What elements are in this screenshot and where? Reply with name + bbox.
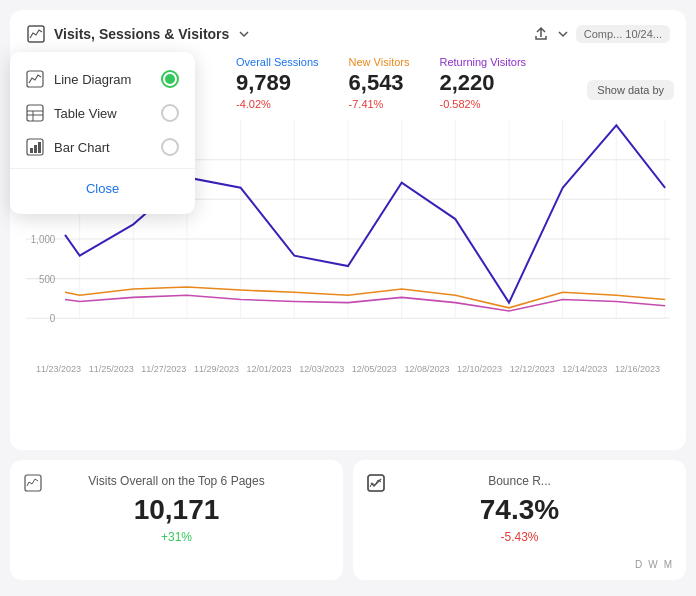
chevron-down-icon[interactable] xyxy=(237,27,251,41)
show-data-button[interactable]: Show data by xyxy=(587,80,674,100)
x-label-4: 12/01/2023 xyxy=(247,364,292,374)
day-d[interactable]: D xyxy=(635,559,642,570)
day-m[interactable]: M xyxy=(664,559,672,570)
svg-text:1,000: 1,000 xyxy=(31,234,56,245)
overall-sessions-change: -4.02% xyxy=(236,98,319,110)
bar-chart-radio xyxy=(161,138,179,156)
x-label-9: 12/12/2023 xyxy=(510,364,555,374)
bottom-left-change: +31% xyxy=(26,530,327,544)
x-labels: 11/23/2023 11/25/2023 11/27/2023 11/29/2… xyxy=(26,364,670,374)
svg-text:500: 500 xyxy=(39,273,56,284)
checkbox-icon xyxy=(367,474,385,492)
menu-item-bar[interactable]: Bar Chart xyxy=(10,130,195,164)
bottom-left-icon xyxy=(24,474,42,492)
menu-item-table[interactable]: Table View xyxy=(10,96,195,130)
dropdown-menu: Line Diagram Table View xyxy=(10,52,195,214)
bottom-card-left: Visits Overall on the Top 6 Pages 10,171… xyxy=(10,460,343,580)
share-icon[interactable] xyxy=(532,25,550,43)
bottom-right-value: 74.3% xyxy=(369,494,670,526)
new-visitors-change: -7.41% xyxy=(349,98,410,110)
card-header: Visits, Sessions & Visitors Comp... 10/2… xyxy=(26,24,670,44)
table-view-radio xyxy=(161,104,179,122)
close-button[interactable]: Close xyxy=(10,173,195,204)
day-w[interactable]: W xyxy=(648,559,657,570)
x-label-6: 12/05/2023 xyxy=(352,364,397,374)
day-labels: D W M xyxy=(635,559,672,570)
x-label-2: 11/27/2023 xyxy=(141,364,186,374)
table-view-label: Table View xyxy=(54,106,117,121)
main-card: Visits, Sessions & Visitors Comp... 10/2… xyxy=(10,10,686,450)
returning-visitors-value: 2,220 xyxy=(439,70,526,96)
bottom-row: Visits Overall on the Top 6 Pages 10,171… xyxy=(10,460,686,580)
x-label-5: 12/03/2023 xyxy=(299,364,344,374)
header-right: Comp... 10/24... xyxy=(532,25,670,43)
returning-visitors-label: Returning Visitors xyxy=(439,56,526,68)
line-diagram-icon xyxy=(26,70,44,88)
svg-rect-9 xyxy=(38,142,41,153)
returning-visitors-line xyxy=(65,295,665,311)
card-title-row: Visits, Sessions & Visitors xyxy=(26,24,251,44)
bottom-card-right: Bounce R... 74.3% -5.43% D W M xyxy=(353,460,686,580)
new-visitors-line xyxy=(65,287,665,308)
line-diagram-radio xyxy=(161,70,179,88)
x-label-8: 12/10/2023 xyxy=(457,364,502,374)
compare-badge: Comp... 10/24... xyxy=(576,25,670,43)
new-visitors-label: New Visitors xyxy=(349,56,410,68)
card-title: Visits, Sessions & Visitors xyxy=(54,26,229,42)
overall-sessions-stat: Overall Sessions 9,789 -4.02% xyxy=(236,56,319,110)
new-visitors-stat: New Visitors 6,543 -7.41% xyxy=(349,56,410,110)
chevron-down-icon-2[interactable] xyxy=(556,27,570,41)
bar-chart-icon xyxy=(26,138,44,156)
svg-rect-2 xyxy=(27,105,43,121)
svg-rect-7 xyxy=(30,148,33,153)
x-label-11: 12/16/2023 xyxy=(615,364,660,374)
bottom-left-title: Visits Overall on the Top 6 Pages xyxy=(26,474,327,488)
table-view-icon xyxy=(26,104,44,122)
bottom-right-title: Bounce R... xyxy=(369,474,670,488)
bar-chart-label: Bar Chart xyxy=(54,140,110,155)
menu-item-line[interactable]: Line Diagram xyxy=(10,62,195,96)
overall-sessions-label: Overall Sessions xyxy=(236,56,319,68)
svg-rect-8 xyxy=(34,145,37,153)
overall-sessions-value: 9,789 xyxy=(236,70,319,96)
chart-icon xyxy=(26,24,46,44)
x-label-7: 12/08/2023 xyxy=(404,364,449,374)
new-visitors-value: 6,543 xyxy=(349,70,410,96)
returning-visitors-change: -0.582% xyxy=(439,98,526,110)
bottom-right-change: -5.43% xyxy=(369,530,670,544)
x-label-10: 12/14/2023 xyxy=(562,364,607,374)
x-label-0: 11/23/2023 xyxy=(36,364,81,374)
line-diagram-label: Line Diagram xyxy=(54,72,131,87)
x-label-1: 11/25/2023 xyxy=(89,364,134,374)
x-label-3: 11/29/2023 xyxy=(194,364,239,374)
bottom-left-value: 10,171 xyxy=(26,494,327,526)
returning-visitors-stat: Returning Visitors 2,220 -0.582% xyxy=(439,56,526,110)
svg-text:0: 0 xyxy=(50,313,56,324)
